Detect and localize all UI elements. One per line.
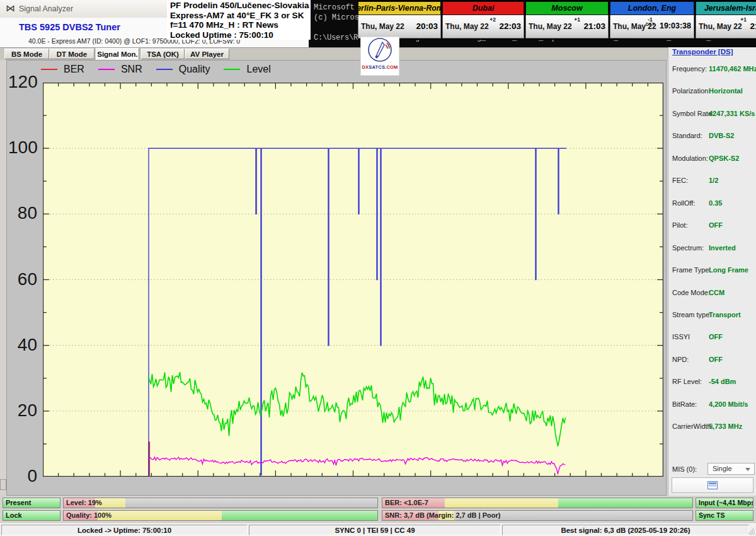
resize-grip[interactable] xyxy=(748,528,755,535)
field-label-npd: NPD: xyxy=(672,356,689,363)
logo-text: DXSATCS.COM xyxy=(361,65,399,70)
field-label-modulation: Modulation: xyxy=(672,154,708,162)
clock-body: Thu, May 2221:03+1 xyxy=(525,15,609,38)
meter-segment-green xyxy=(222,511,377,520)
meter-segment-yellow xyxy=(445,498,558,508)
clock-time: 22:03 xyxy=(499,21,521,31)
legend-item-ber: BER xyxy=(41,64,84,75)
y-axis-label: 20 xyxy=(8,400,37,421)
note-line: Express-AM7 at 40°E_FK 3 or SK xyxy=(170,11,311,21)
legend-item-snr: SNR xyxy=(98,64,142,75)
tab-bs-mode[interactable]: BS Mode xyxy=(4,49,49,59)
field-value-stream-type: Transport xyxy=(709,311,741,318)
legend-swatch-quality xyxy=(156,69,173,70)
field-value-rolloff: 0.35 xyxy=(709,199,722,207)
y-axis-label: 100 xyxy=(8,138,37,158)
tab-signal-mon[interactable]: Signal Mon. xyxy=(96,48,139,60)
field-value-npd: OFF xyxy=(709,356,723,363)
dst-label: DST xyxy=(646,22,655,27)
tuner-name: TBS 5925 DVBS2 Tuner xyxy=(19,22,120,32)
chevron-down-icon xyxy=(745,468,750,471)
y-axis-label: 40 xyxy=(8,335,37,355)
meter-text: SNR: 3,7 dB (Margin: 2,7 dB | Poor) xyxy=(385,511,500,519)
clock-city-header: Moscow xyxy=(525,1,609,15)
chart-legend: BERSNRQualityLevel xyxy=(41,64,285,75)
clock-body: Thu, May 2219:03:38-1DST xyxy=(610,15,694,38)
satellite-dish-icon xyxy=(367,37,392,62)
clock-london-eng: London, EngThu, May 2219:03:38-1DST xyxy=(610,1,694,40)
y-axis-label: 60 xyxy=(8,269,37,289)
field-value-symbol-rate: 4247,331 KS/s xyxy=(709,110,755,117)
field-label-spectrum: Spectrum: xyxy=(672,244,704,252)
legend-swatch-ber xyxy=(41,69,57,70)
tab-tsa-ok[interactable]: TSA (OK) xyxy=(141,49,185,59)
field-label-fec: FEC: xyxy=(672,177,688,184)
clock-berlin-paris-vienna-roma: Berlin-Paris-Vienna-RomaThu, May 2220:03 xyxy=(358,1,441,40)
meter-ber: BER: <1.0E-7 xyxy=(382,498,693,508)
clock-utc-offset: -1DST xyxy=(646,17,655,27)
panel-button[interactable] xyxy=(672,477,753,493)
offset-value: +2 xyxy=(490,17,496,22)
field-value-issyi: OFF xyxy=(709,333,723,341)
indicator-lock: Lock xyxy=(3,510,60,521)
clock-utc-offset: +1 xyxy=(740,17,747,22)
meter-level: Level: 19% xyxy=(63,498,378,508)
clock-time: 21:03 xyxy=(583,21,605,31)
note-line: Locked Uptime : 75:00:10 xyxy=(170,30,311,40)
clock-city-header: Berlin-Paris-Vienna-Roma xyxy=(358,1,441,15)
offset-value: +1 xyxy=(574,17,580,22)
signal-chart[interactable] xyxy=(43,83,663,477)
field-value-fec: 1/2 xyxy=(709,177,718,184)
transponder-panel: Transponder [DS] Frequency:11470,462 MHz… xyxy=(668,47,756,496)
window-icon xyxy=(707,481,718,489)
world-clocks: Berlin-Paris-Vienna-RomaThu, May 2220:03… xyxy=(358,0,756,40)
clock-moscow: MoscowThu, May 2221:03+1 xyxy=(525,1,609,40)
field-label-stream-type: Stream type: xyxy=(672,311,711,318)
field-label-issyi: ISSYI xyxy=(672,333,690,341)
legend-swatch-level xyxy=(224,69,240,70)
dxsatcs-logo: DXSATCS.COM xyxy=(360,37,399,76)
tab-dt-mode[interactable]: DT Mode xyxy=(49,49,94,59)
field-label-bitrate: BitRate: xyxy=(672,400,697,408)
meter-segment-green xyxy=(558,498,692,508)
clock-time: 20:03 xyxy=(416,21,438,31)
clock-body: Thu, May 2222:03+2 xyxy=(442,15,524,38)
clock-date: Thu, May 22 xyxy=(445,22,489,31)
meter-snr: SNR: 3,7 dB (Margin: 2,7 dB | Poor) xyxy=(382,510,693,521)
legend-label: Level xyxy=(246,64,270,75)
clock-time: 21:03 xyxy=(750,21,756,31)
field-label-code-mode: Code Mode: xyxy=(672,289,710,296)
legend-label: Quality xyxy=(179,64,210,75)
field-value-carrierwidth: 5,733 MHz xyxy=(709,422,742,430)
field-label-rf-level: RF Level: xyxy=(672,378,702,385)
clock-date: Thu, May 22 xyxy=(529,22,572,31)
field-value-code-mode: CCM xyxy=(709,289,724,296)
field-label-frame-type: Frame Type: xyxy=(672,266,711,274)
meter-segment-yellow xyxy=(98,511,222,520)
clock-dubai: DubaiThu, May 2222:03+2 xyxy=(442,1,524,40)
field-value-polarization: Horizontal xyxy=(709,87,743,95)
offset-value: -1 xyxy=(646,17,655,22)
clock-date: Thu, May 22 xyxy=(699,22,742,31)
field-value-modulation: QPSK-S2 xyxy=(709,154,739,162)
field-label-standard: Standard: xyxy=(672,132,702,139)
field-label-polarization: Polarization: xyxy=(672,87,711,95)
field-label-pilot: Pilot: xyxy=(672,221,687,229)
clock-body: Thu, May 2221:03+1 xyxy=(696,15,756,38)
mis-dropdown[interactable]: Single xyxy=(707,463,755,475)
clock-utc-offset: +1 xyxy=(574,17,580,22)
status-sync: SYNC 0 | TEI 59 | CC 49 xyxy=(249,525,501,535)
legend-item-quality: Quality xyxy=(156,64,210,75)
field-label-carrierwidth: CarrierWidth: xyxy=(672,422,713,430)
y-axis-label: 80 xyxy=(8,204,37,224)
annotation-note: PF Prodelin 450/Lučenec-SlovakiaExpress-… xyxy=(167,0,311,40)
meter-quality: Quality: 100% xyxy=(63,510,378,521)
clock-time: 19:03:38 xyxy=(660,21,691,30)
field-value-frequency: 11470,462 MHz xyxy=(709,65,756,73)
note-line: f=11 470 MHz_H : RT News xyxy=(170,20,311,30)
clock-city-header: Dubai xyxy=(442,1,524,15)
legend-item-level: Level xyxy=(224,64,270,75)
tab-av-player[interactable]: AV Player xyxy=(185,49,229,59)
left-edge-grip[interactable] xyxy=(0,479,6,490)
field-label-frequency: Frequency: xyxy=(672,65,707,73)
